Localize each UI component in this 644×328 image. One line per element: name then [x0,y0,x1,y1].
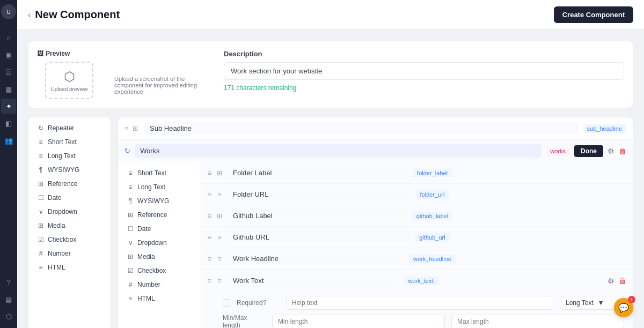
work-text-tag: work_text [404,277,437,285]
required-label: Required? [237,299,280,307]
folder-label-tag: folder_label [413,169,452,177]
sub-type-wysiwyg[interactable]: ¶ WYSIWYG [122,195,196,207]
type-short-text[interactable]: ≡ Short Text [33,136,106,148]
box-icon[interactable]: ⬡ [1,309,16,324]
description-input[interactable] [224,62,624,80]
types-panel: ↻ Repeater ≡ Short Text ≡ Long Text ¶ WY… [28,117,111,328]
work-text-input[interactable] [228,274,399,287]
users-icon[interactable]: 👥 [1,133,16,148]
help-text-input[interactable] [286,296,553,310]
max-length-input[interactable] [451,315,624,328]
archive-icon[interactable]: ▤ [1,292,16,307]
folder-url-tag: folder_url [416,190,449,199]
preview-label: 🖼 Preview [37,50,70,57]
upload-area[interactable]: ⬡ Upload preview [45,62,93,99]
chat-bubble[interactable]: 💬 1 [614,298,633,317]
sub-type-short-text[interactable]: ≡ Short Text [122,167,196,180]
folder-url-input[interactable] [228,188,412,201]
drag-handle[interactable]: ≡ [208,169,211,177]
type-checkbox[interactable]: ☑ Checkbox [33,233,106,246]
folder-url-icon: ≡ [216,191,223,198]
sub-headline-input[interactable] [144,122,579,135]
help-icon[interactable]: ? [1,274,16,289]
field-work-text-expanded: ≡ ≡ work_text ⚙ 🗑 [201,270,633,328]
repeater-content: ≡ Short Text ≡ Long Text ¶ WYSIWYG ⊞ [118,162,633,328]
type-repeater[interactable]: ↻ Repeater [33,122,106,135]
sub-type-date[interactable]: ☐ Date [122,222,196,235]
sub-type-media[interactable]: ⊞ Media [122,250,196,263]
back-button[interactable]: ‹ [28,10,31,20]
tag-icon[interactable]: ✦ [1,99,16,114]
field-sub-headline: ≡ ⊞ sub_headline [118,117,633,140]
number-type-icon: # [37,250,45,257]
github-url-input[interactable] [228,230,411,244]
sub-type-checkbox[interactable]: ☑ Checkbox [122,264,196,277]
date-type-icon: ☐ [37,194,45,202]
github-url-tag: github_url [415,233,449,242]
repeater-works-row: ↻ works Done ⚙ 🗑 [118,140,633,162]
blocks-icon[interactable]: ▣ [1,47,16,62]
docs-icon[interactable]: ☰ [1,64,16,79]
type-date[interactable]: ☐ Date [33,191,106,204]
sub-type-html[interactable]: ≡ HTML [122,292,196,305]
work-headline-input[interactable] [228,252,405,265]
layers-icon[interactable]: ◧ [1,116,16,131]
sub-type-number[interactable]: # Number [122,278,196,291]
drag-handle[interactable]: ≡ [208,212,211,220]
required-checkbox[interactable] [223,299,230,307]
home-icon[interactable]: ⌂ [1,30,16,45]
image-icon: 🖼 [37,50,43,57]
main-area: ‹ New Component Create Component 🖼 Previ… [17,0,644,328]
drag-handle[interactable]: ≡ [125,125,128,132]
repeater-type-icon: ↻ [37,124,45,132]
sub-headline-icon: ⊞ [133,125,140,132]
type-dropdown[interactable]: ∨ Dropdown [33,205,106,218]
avatar-icon[interactable]: U [1,4,16,19]
long-text-type-icon: ≡ [37,152,45,160]
type-long-text[interactable]: ≡ Long Text [33,150,106,162]
drag-handle[interactable]: ≡ [208,277,211,285]
sub-dropdown-icon: ∨ [127,239,134,247]
type-wysiwyg[interactable]: ¶ WYSIWYG [33,163,106,176]
work-text-gear-icon[interactable]: ⚙ [608,277,614,285]
field-work-headline: ≡ ≡ work_headline [201,248,633,270]
media-type-icon: ⊞ [37,222,45,229]
folder-label-input[interactable] [228,166,408,180]
content-area: 🖼 Preview ⬡ Upload preview Upload a scre… [17,30,644,328]
sub-type-dropdown[interactable]: ∨ Dropdown [122,236,196,249]
sub-media-icon: ⊞ [127,253,134,260]
min-length-input[interactable] [272,315,445,328]
type-html[interactable]: ≡ HTML [33,261,106,274]
chevron-down-icon: ▼ [598,299,604,307]
field-folder-label: ≡ ⊞ folder_label [201,162,633,184]
type-number[interactable]: # Number [33,247,106,260]
create-component-button[interactable]: Create Component [554,6,633,23]
sub-html-icon: ≡ [127,295,134,302]
sub-type-reference[interactable]: ⊞ Reference [122,208,196,221]
drag-handle[interactable]: ≡ [208,191,211,198]
done-button[interactable]: Done [574,145,603,157]
work-text-trash-icon[interactable]: 🗑 [619,277,626,285]
wysiwyg-type-icon: ¶ [37,166,45,174]
type-reference[interactable]: ⊞ Reference [33,177,106,190]
sub-type-long-text[interactable]: ≡ Long Text [122,181,196,193]
github-label-icon: ⊞ [216,212,223,220]
repeater-fields-list: ≡ ⊞ folder_label ≡ ≡ folder_url [201,162,633,328]
works-trash-icon[interactable]: 🗑 [619,147,626,155]
top-section: 🖼 Preview ⬡ Upload preview Upload a scre… [28,41,633,108]
work-headline-tag: work_headline [409,255,456,263]
upload-hint: Upload a screenshot of the component for… [114,76,211,99]
sub-headline-tag: sub_headline [583,124,626,133]
table-icon[interactable]: ▦ [1,81,16,96]
github-label-input[interactable] [228,209,408,222]
drag-handle[interactable]: ≡ [208,234,211,241]
sub-types-panel: ≡ Short Text ≡ Long Text ¶ WYSIWYG ⊞ [118,162,201,328]
work-headline-icon: ≡ [216,255,223,263]
page-title: New Component [35,9,120,21]
works-gear-icon[interactable]: ⚙ [608,147,614,155]
fields-panel: ≡ ⊞ sub_headline ↻ works Done ⚙ 🗑 [118,117,633,328]
type-media[interactable]: ⊞ Media [33,219,106,232]
drag-handle[interactable]: ≡ [208,255,211,263]
chat-badge: 1 [628,296,635,303]
repeater-works-input[interactable] [135,144,541,158]
